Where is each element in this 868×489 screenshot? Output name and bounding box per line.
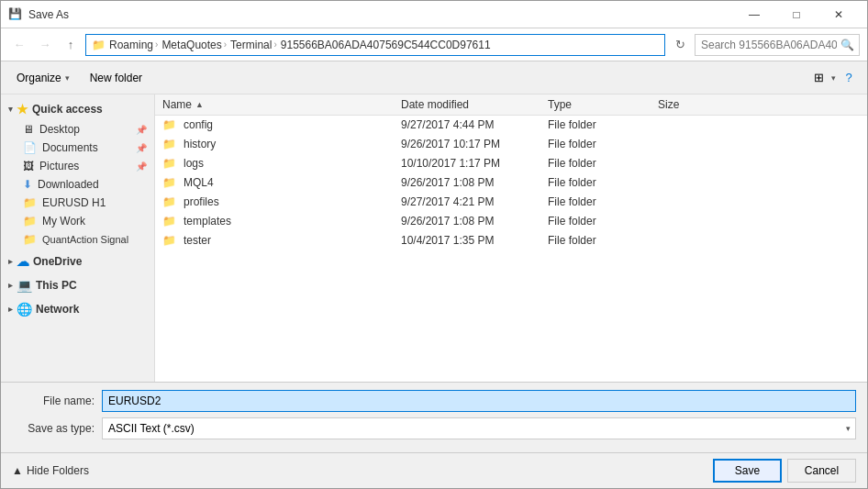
file-date: 9/26/2017 1:08 PM [401,176,548,189]
minimize-button[interactable]: — [733,1,775,28]
search-icon: 🔍 [840,39,854,51]
sidebar-header-quick-access[interactable]: ▾ ★ Quick access [1,98,154,120]
file-name: logs [184,157,204,170]
download-icon: ⬇ [23,178,32,191]
folder-icon: 📁 [162,234,176,247]
help-button[interactable]: ? [838,67,860,89]
network-toggle: ▸ [8,305,13,314]
filename-input[interactable] [102,390,856,412]
onedrive-label: OneDrive [33,255,82,268]
file-name: config [184,118,213,131]
view-toggle-button[interactable]: ⊞ [807,67,829,89]
organize-button[interactable]: Organize ▾ [8,65,78,91]
main-content: ▾ ★ Quick access 🖥 Desktop 📌 📄 Documents… [1,94,867,382]
filename-label: File name: [12,395,95,407]
breadcrumb-guid: 915566BA06ADA407569C544CC0D97611 [281,39,491,51]
address-path[interactable]: 📁 Roaming › MetaQuotes › Terminal › 9155… [85,34,665,56]
table-row[interactable]: 📁 history 9/26/2017 10:17 PM File folder [155,135,867,154]
breadcrumb-folder-icon: 📁 [92,39,106,51]
save-button[interactable]: Save [713,459,782,483]
sidebar-header-this-pc[interactable]: ▸ 💻 This PC [1,274,154,296]
sidebar-item-pictures[interactable]: 🖼 Pictures 📌 [1,157,154,175]
quick-access-toggle: ▾ [8,105,13,114]
column-date[interactable]: Date modified [401,98,548,111]
file-rows-container: 📁 config 9/27/2017 4:44 PM File folder 📁… [155,116,867,250]
refresh-button[interactable]: ↻ [669,34,691,56]
quick-access-label: Quick access [32,103,103,116]
file-name: profiles [184,195,219,208]
this-pc-toggle: ▸ [8,281,13,290]
file-type: File folder [548,176,658,189]
file-date: 9/27/2017 4:44 PM [401,118,548,131]
my-work-folder-icon: 📁 [23,215,37,228]
view-options: ⊞ ▾ ? [807,67,860,89]
sidebar-header-onedrive[interactable]: ▸ ☁ OneDrive [1,250,154,272]
documents-pin-icon: 📌 [136,143,147,153]
name-sort-icon: ▲ [195,100,204,109]
table-row[interactable]: 📁 config 9/27/2017 4:44 PM File folder [155,116,867,135]
dialog-title: Save As [28,8,69,21]
title-controls: — □ ✕ [733,1,860,28]
sidebar-header-network[interactable]: ▸ 🌐 Network [1,298,154,320]
savetype-select[interactable]: ASCII Text (*.csv) CSV (*.csv) Text (*.t… [102,417,856,439]
sidebar-item-desktop[interactable]: 🖥 Desktop 📌 [1,120,154,139]
file-type: File folder [548,118,658,131]
folder-icon: 📁 [162,195,176,208]
address-bar: ← → ↑ 📁 Roaming › MetaQuotes › Terminal … [1,28,867,61]
back-button[interactable]: ← [8,34,30,56]
table-row[interactable]: 📁 templates 9/26/2017 1:08 PM File folde… [155,212,867,231]
bottom-buttons: Save Cancel [713,459,856,483]
sidebar-item-eurusd-h1[interactable]: 📁 EURUSD H1 [1,194,154,212]
file-type: File folder [548,138,658,150]
sidebar-section-quick-access: ▾ ★ Quick access 🖥 Desktop 📌 📄 Documents… [1,98,154,249]
breadcrumb-roaming: Roaming › [109,39,158,51]
file-name: history [184,138,216,150]
forward-button[interactable]: → [34,34,56,56]
maximize-button[interactable]: □ [775,1,818,28]
sidebar-item-quantaction[interactable]: 📁 QuantAction Signal [1,230,154,249]
sidebar-item-downloaded[interactable]: ⬇ Downloaded [1,175,154,194]
file-date: 9/27/2017 4:21 PM [401,195,548,208]
hide-folders-icon: ▲ [12,464,23,477]
network-label: Network [36,303,79,316]
search-input[interactable] [695,34,860,56]
file-date: 10/10/2017 1:17 PM [401,157,548,170]
onedrive-toggle: ▸ [8,257,13,266]
sidebar-item-my-work[interactable]: 📁 My Work [1,212,154,230]
file-area: Name ▲ Date modified Type Size 📁 config … [155,94,867,382]
breadcrumb-terminal: Terminal › [230,39,277,51]
this-pc-label: This PC [36,279,77,292]
network-icon: 🌐 [17,302,32,317]
folder-icon: 📁 [162,157,176,170]
file-date: 9/26/2017 10:17 PM [401,138,548,150]
cancel-button[interactable]: Cancel [787,459,856,483]
column-size[interactable]: Size [658,98,731,111]
sidebar-item-documents[interactable]: 📄 Documents 📌 [1,139,154,157]
hide-folders-label: Hide Folders [27,464,89,477]
hide-folders-button[interactable]: ▲ Hide Folders [12,464,89,477]
filename-row: File name: [12,390,856,412]
close-button[interactable]: ✕ [818,1,860,28]
title-bar: 💾 Save As — □ ✕ [1,1,867,28]
breadcrumb-metaquotes: MetaQuotes › [161,39,227,51]
folder-icon: 📁 [162,176,176,189]
documents-icon: 📄 [23,141,37,154]
file-type: File folder [548,234,658,247]
sidebar: ▾ ★ Quick access 🖥 Desktop 📌 📄 Documents… [1,94,155,382]
table-row[interactable]: 📁 profiles 9/27/2017 4:21 PM File folder [155,193,867,212]
dialog-icon: 💾 [8,7,23,22]
sidebar-section-this-pc: ▸ 💻 This PC [1,274,154,296]
table-row[interactable]: 📁 logs 10/10/2017 1:17 PM File folder [155,154,867,173]
up-button[interactable]: ↑ [60,34,82,56]
column-type[interactable]: Type [548,98,658,111]
folder-icon: 📁 [162,215,176,228]
bottom-area: File name: Save as type: ASCII Text (*.c… [1,382,867,452]
table-row[interactable]: 📁 tester 10/4/2017 1:35 PM File folder [155,231,867,250]
search-wrapper: 🔍 [695,34,860,56]
new-folder-button[interactable]: New folder [82,65,150,91]
column-name[interactable]: Name ▲ [162,98,401,111]
file-list-header: Name ▲ Date modified Type Size [155,94,867,116]
desktop-pin-icon: 📌 [136,125,147,135]
onedrive-icon: ☁ [17,254,29,269]
table-row[interactable]: 📁 MQL4 9/26/2017 1:08 PM File folder [155,173,867,193]
